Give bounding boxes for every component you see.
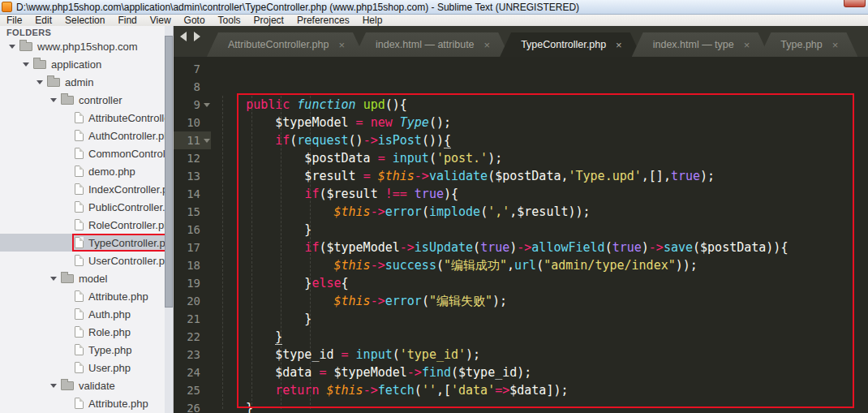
code-line-25[interactable]: return $this->fetch('',['data'=>$data]); — [217, 381, 868, 399]
menu-preferences[interactable]: Preferences — [290, 15, 356, 26]
line-number[interactable]: 13 — [174, 167, 211, 185]
tree-item-controller[interactable]: controller — [0, 91, 173, 109]
menu-view[interactable]: View — [144, 15, 178, 26]
disclosure-triangle-icon[interactable] — [37, 80, 43, 84]
line-number[interactable]: 18 — [174, 256, 211, 274]
code-line-16[interactable]: } — [217, 221, 868, 239]
tree-item-attributecontroller-php[interactable]: AttributeController.php — [0, 109, 173, 127]
tree-item-attribute-php[interactable]: Attribute.php — [0, 394, 173, 412]
code-token: if — [304, 240, 319, 255]
line-number[interactable]: 21 — [174, 310, 211, 328]
tab-close-icon[interactable]: × — [484, 40, 491, 50]
line-number[interactable]: 17 — [174, 239, 211, 256]
code-line-26[interactable]: } — [217, 399, 868, 413]
line-number[interactable]: 8 — [174, 78, 211, 96]
disclosure-triangle-icon[interactable] — [9, 45, 15, 49]
line-number[interactable]: 26 — [174, 399, 211, 413]
line-number[interactable]: 10 — [174, 114, 211, 131]
code-line-14[interactable]: if($result !== true){ — [217, 185, 868, 203]
line-number[interactable]: 7 — [174, 60, 211, 78]
tree-item-model[interactable]: model — [0, 269, 173, 287]
line-number[interactable]: 15 — [174, 203, 211, 221]
tab-close-icon[interactable]: × — [832, 40, 839, 50]
tree-item-usercontroller-php[interactable]: UserController.php — [0, 252, 173, 269]
fold-arrow-icon[interactable] — [204, 139, 210, 143]
code-line-17[interactable]: if($typeModel->isUpdate(true)->allowFiel… — [217, 239, 868, 256]
menu-goto[interactable]: Goto — [178, 15, 212, 26]
tab-index-html-attribute[interactable]: index.html — attribute× — [355, 32, 509, 57]
code-line-19[interactable]: }else{ — [217, 274, 868, 292]
disclosure-triangle-icon[interactable] — [50, 277, 57, 281]
tab-attributecontroller-php[interactable]: AttributeController.php× — [207, 32, 364, 57]
tree-item-attribute-php[interactable]: Attribute.php — [0, 287, 173, 305]
code-token: ) — [509, 240, 517, 255]
menu-project[interactable]: Project — [247, 15, 290, 26]
tree-item-application[interactable]: application — [0, 55, 173, 73]
tab-scroll-right-icon[interactable] — [194, 32, 200, 41]
tree-item-role-php[interactable]: Role.php — [0, 323, 173, 341]
code-line-12[interactable]: $postData = input('post.'); — [217, 149, 868, 167]
tree-item-user-php[interactable]: User.php — [0, 359, 173, 376]
sidebar-scrollbar-thumb[interactable] — [165, 36, 173, 308]
line-number[interactable]: 20 — [174, 292, 211, 310]
line-number[interactable]: 12 — [174, 149, 211, 167]
code-line-13[interactable]: $result = $this->validate($postData,'Typ… — [217, 167, 868, 185]
code-line-18[interactable]: $this->success("编辑成功",url("admin/type/in… — [217, 256, 868, 274]
menu-tools[interactable]: Tools — [212, 15, 247, 26]
tree-item-rolecontroller-php[interactable]: RoleController.php — [0, 216, 173, 234]
tree-item-authcontroller-php[interactable]: AuthController.php — [0, 127, 173, 144]
line-number[interactable]: 25 — [174, 381, 211, 399]
code-line-7[interactable] — [217, 60, 868, 78]
tab-scroll-left-icon[interactable] — [180, 32, 187, 41]
tab-close-icon[interactable]: × — [338, 40, 345, 50]
close-window-button[interactable] — [844, 0, 866, 7]
menu-find[interactable]: Find — [111, 15, 143, 26]
code-line-11[interactable]: if(request()->isPost()){ — [217, 131, 868, 149]
menu-selection[interactable]: Selection — [58, 15, 111, 26]
disclosure-triangle-icon[interactable] — [23, 62, 29, 67]
tree-item-typecontroller-php[interactable]: TypeController.php — [0, 234, 173, 252]
tab-close-icon[interactable]: × — [616, 40, 622, 50]
code-line-9[interactable]: public function upd(){ — [217, 96, 868, 114]
tree-item-www-php15shop-com[interactable]: www.php15shop.com — [0, 37, 173, 55]
line-number[interactable]: 24 — [174, 364, 211, 381]
code-line-15[interactable]: $this->error(implode(',',$result)); — [217, 203, 868, 221]
tree-item-validate[interactable]: validate — [0, 376, 173, 394]
tree-item-publiccontroller-php[interactable]: PublicController.php — [0, 198, 173, 216]
tree-item-admin[interactable]: admin — [0, 73, 173, 91]
code-line-24[interactable]: $data = $typeModel->find($type_id); — [217, 364, 868, 381]
tree-item-indexcontroller-php[interactable]: IndexController.php — [0, 180, 173, 198]
line-number[interactable]: 19 — [174, 274, 211, 292]
disclosure-triangle-icon[interactable] — [50, 384, 57, 388]
menu-help[interactable]: Help — [356, 15, 389, 26]
line-number[interactable]: 16 — [174, 221, 211, 239]
tree-item-auth-php[interactable]: Auth.php — [0, 305, 173, 323]
code-line-23[interactable]: $type_id = input('type_id'); — [217, 346, 868, 364]
line-number[interactable]: 11 — [174, 131, 211, 149]
tree-item-type-php[interactable]: Type.php — [0, 341, 173, 359]
line-number[interactable]: 22 — [174, 328, 211, 346]
code-area[interactable]: public function upd(){ $typeModel = new … — [211, 57, 868, 413]
tree-item-commoncontroller-php[interactable]: CommonController.php — [0, 144, 173, 162]
code-line-21[interactable]: } — [217, 310, 868, 328]
tab-index-html-type[interactable]: index.html — type× — [632, 32, 770, 57]
tab-type-php[interactable]: Type.php× — [759, 32, 857, 57]
code-line-22[interactable]: } — [217, 328, 868, 346]
sidebar-scrollbar-track[interactable] — [165, 26, 173, 413]
editor[interactable]: 7891011121314151617181920212223242526 pu… — [174, 57, 868, 413]
code-line-10[interactable]: $typeModel = new Type(); — [217, 114, 868, 131]
line-number[interactable]: 23 — [174, 346, 211, 364]
line-number[interactable]: 14 — [174, 185, 211, 203]
disclosure-triangle-icon[interactable] — [50, 98, 57, 102]
line-number[interactable]: 9 — [174, 96, 211, 114]
code-line-20[interactable]: $this->error("编辑失败"); — [217, 292, 868, 310]
menu-file[interactable]: File — [0, 15, 28, 26]
menu-edit[interactable]: Edit — [28, 15, 58, 26]
code-token: -> — [371, 258, 385, 273]
tab-close-icon[interactable]: × — [744, 40, 750, 50]
tab-typecontroller-php[interactable]: TypeController.php× — [500, 32, 642, 57]
code-line-8[interactable] — [217, 78, 868, 96]
fold-arrow-icon[interactable] — [204, 103, 210, 107]
tree-item-demo-php[interactable]: demo.php — [0, 162, 173, 180]
code-token: $this — [326, 383, 363, 398]
